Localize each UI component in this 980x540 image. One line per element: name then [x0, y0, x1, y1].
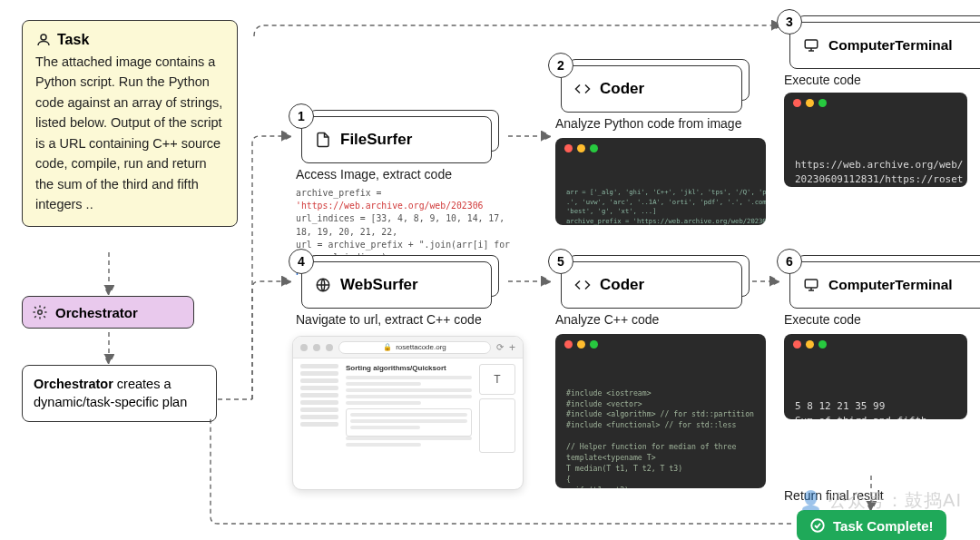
plan-bold: Orchestrator	[34, 377, 113, 391]
coder5-terminal: #include <iostream> #include <vector> #i…	[555, 334, 766, 488]
gear-icon	[32, 304, 48, 320]
task-header: Task	[35, 32, 224, 48]
agent-coder-2: Coder 5	[561, 261, 742, 309]
terminal-3-output: https://web.archive.org/web/ 20230609112…	[784, 93, 967, 187]
step-number: 6	[777, 249, 802, 274]
browser-refresh-icon: ⟳	[496, 342, 504, 352]
step-number: 4	[289, 249, 314, 274]
terminal-6-content: 5 8 12 21 35 99 Sum of third and fifth e…	[795, 399, 956, 419]
terminal-3-content: https://web.archive.org/web/ 20230609112…	[795, 158, 956, 187]
task-complete-label: Task Complete!	[833, 518, 934, 534]
orchestrator-label: Orchestrator	[55, 305, 138, 320]
terminal-6-output: 5 8 12 21 35 99 Sum of third and fifth e…	[784, 334, 967, 419]
lock-icon: 🔒	[383, 343, 392, 351]
agent-name: ComputerTerminal	[828, 37, 953, 54]
coder1-terminal-content: arr = ['_alg', 'ghi', 'C++', 'jkl', 'tps…	[566, 188, 755, 225]
agent-filesurfer-sub: Access Image, extract code	[296, 167, 452, 182]
svg-point-4	[38, 310, 43, 315]
monitor-icon	[803, 37, 819, 54]
agent-coder-1: Coder 2	[561, 65, 742, 113]
agent-name: Coder	[600, 276, 644, 294]
agent-name: ComputerTerminal	[828, 277, 953, 293]
agent-terminal-1: ComputerTerminal 3	[789, 22, 980, 69]
browser-preview: 🔒 rosettacode.org ⟳ + Sorting algorithms…	[292, 336, 524, 490]
orchestrator-card: Orchestrator	[22, 296, 194, 329]
coder1-terminal: arr = ['_alg', 'ghi', 'C++', 'jkl', 'tps…	[555, 138, 766, 225]
agent-name: WebSurfer	[340, 276, 418, 294]
coder5-terminal-content: #include <iostream> #include <vector> #i…	[566, 388, 755, 488]
svg-rect-7	[805, 280, 818, 288]
letter-T-box: T	[479, 364, 515, 395]
agent-name: Coder	[600, 80, 644, 98]
browser-url: 🔒 rosettacode.org	[338, 341, 491, 354]
agent-terminal-2: ComputerTerminal 6	[789, 261, 980, 309]
file-icon	[315, 132, 331, 148]
browser-add-icon: +	[509, 341, 515, 354]
task-label: Task	[57, 32, 89, 48]
agent-websurfer: WebSurfer 4	[301, 261, 492, 309]
check-circle-icon	[809, 517, 826, 534]
task-card: Task The attached image contains a Pytho…	[22, 20, 238, 227]
globe-icon	[315, 277, 331, 293]
step-number: 3	[777, 9, 802, 34]
agent-terminal-1-sub: Execute code	[784, 73, 861, 87]
code-icon	[574, 277, 591, 293]
svg-rect-5	[805, 40, 818, 48]
user-icon	[35, 32, 52, 48]
plan-card: Orchestrator creates a dynamic/task-spec…	[22, 365, 217, 422]
step-number: 5	[548, 249, 573, 274]
agent-filesurfer: FileSurfer 1	[301, 116, 492, 163]
agent-websurfer-sub: Navigate to url, extract C++ code	[296, 312, 482, 327]
agent-terminal-2-sub: Execute code	[784, 312, 861, 327]
step-number: 1	[289, 103, 314, 129]
agent-coder-2-sub: Analyze C++ code	[555, 312, 659, 327]
monitor-icon	[803, 277, 819, 293]
step-number: 2	[548, 53, 573, 78]
svg-point-3	[41, 34, 46, 40]
code-icon	[574, 81, 591, 97]
agent-name: FileSurfer	[340, 131, 412, 149]
task-text: The attached image contains a Python scr…	[35, 52, 224, 215]
watermark: 👤 公众号：鼓捣AI	[799, 488, 962, 513]
agent-coder-1-sub: Analyze Python code from image	[555, 116, 741, 131]
task-complete-badge: Task Complete!	[797, 510, 946, 540]
browser-page-title: Sorting algorithms/Quicksort	[346, 364, 472, 372]
